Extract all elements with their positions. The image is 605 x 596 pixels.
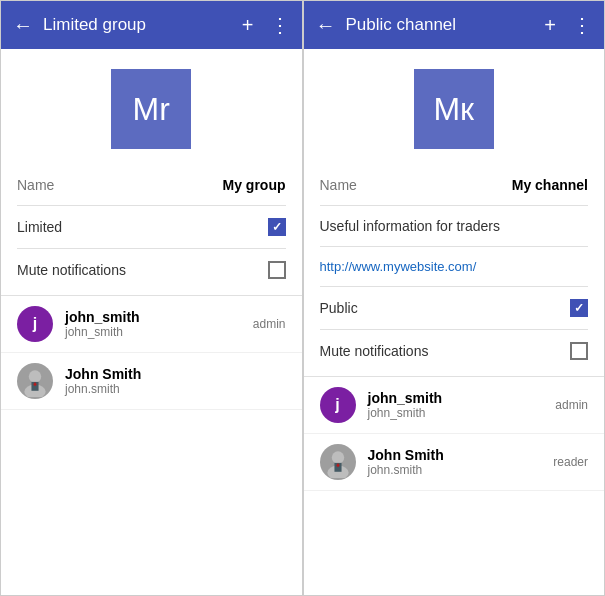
left-name-label: Name [17, 177, 54, 193]
right-more-icon[interactable]: ⋮ [572, 13, 592, 37]
right-member-row-2[interactable]: John Smith john.smith reader [304, 434, 605, 491]
right-member-username-1: john_smith [368, 406, 556, 420]
left-info-section: Name My group Limited Mute notifications [1, 165, 302, 291]
right-name-value: My channel [512, 177, 588, 193]
left-topbar-icons: + ⋮ [242, 13, 290, 37]
svg-point-4 [331, 451, 343, 463]
right-member-info-1: john_smith john_smith [368, 390, 556, 420]
right-name-row: Name My channel [320, 165, 589, 206]
left-limited-checkbox[interactable] [268, 218, 286, 236]
left-member-name-1: john_smith [65, 309, 253, 325]
right-add-icon[interactable]: + [544, 14, 556, 37]
right-back-button[interactable]: ← [316, 14, 336, 37]
right-member-username-2: john.smith [368, 463, 554, 477]
right-member-avatar-1: j [320, 387, 356, 423]
left-panel: ← Limited group + ⋮ Mr Name My group Lim… [0, 0, 303, 596]
left-mute-label: Mute notifications [17, 262, 126, 278]
right-member-role-1: admin [555, 398, 588, 412]
right-member-name-1: john_smith [368, 390, 556, 406]
right-description: Useful information for traders [320, 218, 501, 234]
right-mute-checkbox[interactable] [570, 342, 588, 360]
left-topbar: ← Limited group + ⋮ [1, 1, 302, 49]
right-info-section: Name My channel Useful information for t… [304, 165, 605, 372]
right-public-checkbox[interactable] [570, 299, 588, 317]
left-more-icon[interactable]: ⋮ [270, 13, 290, 37]
right-mute-label: Mute notifications [320, 343, 429, 359]
left-member-name-2: John Smith [65, 366, 286, 382]
left-member-username-1: john_smith [65, 325, 253, 339]
right-description-row: Useful information for traders [320, 206, 589, 247]
left-member-info-2: John Smith john.smith [65, 366, 286, 396]
right-public-label: Public [320, 300, 358, 316]
left-avatar: Mr [111, 69, 191, 149]
right-name-label: Name [320, 177, 357, 193]
left-name-row: Name My group [17, 165, 286, 206]
left-mute-row[interactable]: Mute notifications [17, 249, 286, 291]
right-avatar-section: Мк [304, 49, 605, 165]
left-limited-label: Limited [17, 219, 62, 235]
left-avatar-section: Mr [1, 49, 302, 165]
left-back-button[interactable]: ← [13, 14, 33, 37]
left-member-info-1: john_smith john_smith [65, 309, 253, 339]
right-public-row[interactable]: Public [320, 287, 589, 330]
right-member-role-2: reader [553, 455, 588, 469]
left-add-icon[interactable]: + [242, 14, 254, 37]
svg-point-0 [29, 370, 41, 382]
left-member-avatar-1: j [17, 306, 53, 342]
right-topbar: ← Public channel + ⋮ [304, 1, 605, 49]
left-name-value: My group [223, 177, 286, 193]
left-mute-checkbox[interactable] [268, 261, 286, 279]
right-member-info-2: John Smith john.smith [368, 447, 554, 477]
right-url-row[interactable]: http://www.mywebsite.com/ [320, 247, 589, 287]
right-url[interactable]: http://www.mywebsite.com/ [320, 259, 477, 274]
right-mute-row[interactable]: Mute notifications [320, 330, 589, 372]
left-member-row-2[interactable]: John Smith john.smith [1, 353, 302, 410]
right-topbar-icons: + ⋮ [544, 13, 592, 37]
left-member-role-1: admin [253, 317, 286, 331]
left-panel-title: Limited group [43, 15, 242, 35]
right-panel: ← Public channel + ⋮ Мк Name My channel … [303, 0, 606, 596]
left-limited-row[interactable]: Limited [17, 206, 286, 249]
right-avatar: Мк [414, 69, 494, 149]
right-members-section: j john_smith john_smith admin John Smith… [304, 376, 605, 595]
right-member-avatar-2 [320, 444, 356, 480]
left-member-username-2: john.smith [65, 382, 286, 396]
left-member-avatar-2 [17, 363, 53, 399]
left-member-row[interactable]: j john_smith john_smith admin [1, 296, 302, 353]
right-member-name-2: John Smith [368, 447, 554, 463]
left-members-section: j john_smith john_smith admin John Smith [1, 295, 302, 595]
right-panel-title: Public channel [346, 15, 545, 35]
right-member-row-1[interactable]: j john_smith john_smith admin [304, 377, 605, 434]
